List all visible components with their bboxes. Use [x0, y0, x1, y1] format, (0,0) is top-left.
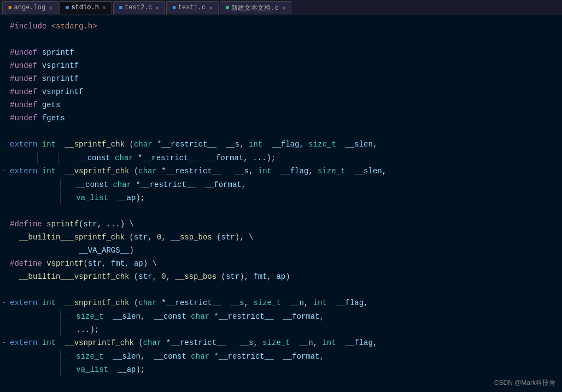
fold-gutter-27[interactable]: [0, 364, 8, 376]
fold-gutter-5[interactable]: [0, 73, 8, 85]
tab-label-change-log: ange.log: [14, 4, 46, 11]
fold-gutter-17[interactable]: [0, 231, 8, 243]
fold-gutter-10[interactable]: −: [0, 138, 8, 151]
close-tab-stdio[interactable]: ✕: [102, 4, 106, 11]
fold-gutter-14[interactable]: [0, 192, 8, 204]
fold-gutter-7[interactable]: [0, 99, 8, 111]
fold-gutter-3[interactable]: [0, 46, 8, 58]
tab-new-file[interactable]: ■ 新建文本文档.c ✕: [220, 1, 292, 14]
tab-icon-test2: ■: [119, 4, 123, 11]
tab-label-test2: test2.c: [125, 4, 152, 11]
code-line-9: [0, 125, 562, 138]
code-editor[interactable]: #include <stdarg.h> #undef sprintf #unde…: [0, 15, 562, 392]
tab-stdio[interactable]: ■ stdio.h ✕: [60, 1, 112, 14]
fold-gutter-4[interactable]: [0, 60, 8, 72]
tab-icon-stdio: ■: [66, 4, 69, 11]
code-line-19: #define vsprintf(str, fmt, ap) \: [0, 257, 562, 270]
code-line-6: #undef vsnprintf: [0, 85, 562, 98]
tab-icon-test1: ■: [172, 4, 176, 11]
fold-gutter-15[interactable]: [0, 205, 8, 217]
close-tab-change-log[interactable]: ✕: [49, 4, 52, 11]
code-line-23: size_t __slen, __const char *__restrict_…: [0, 310, 562, 323]
code-line-18: __VA_ARGS__): [0, 244, 562, 257]
fold-gutter-20[interactable]: [0, 271, 8, 283]
code-line-12: − extern int __vsprintf_chk (char *__res…: [0, 165, 562, 178]
code-line-25: − extern int __vsnprintf_chk (char *__re…: [0, 336, 562, 350]
fold-gutter-19[interactable]: [0, 258, 8, 270]
fold-gutter-8[interactable]: [0, 112, 8, 124]
fold-gutter-1[interactable]: [0, 20, 8, 32]
watermark: CSDN @Mark科技舍: [494, 378, 555, 388]
close-tab-new-file[interactable]: ✕: [282, 4, 286, 11]
fold-gutter-22[interactable]: −: [0, 297, 8, 309]
tab-bar: ■ ange.log ✕ ■ stdio.h ✕ ■ test2.c ✕ ■ t…: [0, 0, 562, 15]
fold-gutter-11[interactable]: [0, 152, 8, 164]
fold-gutter-12[interactable]: −: [0, 165, 8, 178]
code-line-10: − extern int __sprintf_chk (char *__rest…: [0, 138, 562, 151]
code-line-22: − extern int __snprintf_chk (char *__res…: [0, 296, 562, 310]
fold-gutter-16[interactable]: [0, 218, 8, 230]
tab-change-log[interactable]: ■ ange.log ✕: [2, 1, 58, 14]
fold-gutter-24[interactable]: [0, 324, 8, 336]
close-tab-test1[interactable]: ✕: [209, 4, 213, 11]
fold-gutter-13[interactable]: [0, 179, 8, 191]
code-line-16: #define sprintf(str, ...) \: [0, 218, 562, 231]
fold-gutter-25[interactable]: −: [0, 337, 8, 349]
tab-test1[interactable]: ■ test1.c ✕: [166, 1, 219, 14]
code-line-3: #undef sprintf: [0, 46, 562, 59]
code-line-11: __const char *__restrict__ __format, ...…: [0, 151, 562, 165]
fold-gutter-2[interactable]: [0, 33, 8, 45]
fold-gutter-26[interactable]: [0, 350, 8, 362]
code-line-17: __builtin___sprintf_chk (str, 0, __ssp_b…: [0, 231, 562, 244]
tab-label-stdio: stdio.h: [71, 4, 98, 11]
code-line-14: va_list __ap);: [0, 191, 562, 204]
tab-test2[interactable]: ■ test2.c ✕: [113, 1, 166, 14]
code-line-24: ...);: [0, 323, 562, 336]
tab-icon-new-file: ■: [226, 4, 230, 11]
code-line-7: #undef gets: [0, 98, 562, 112]
code-line-20: __builtin___vsprintf_chk (str, 0, __ssp_…: [0, 270, 562, 283]
fold-gutter-21[interactable]: [0, 284, 8, 296]
tab-label-new-file: 新建文本文档.c: [231, 3, 278, 13]
code-line-2: [0, 33, 562, 46]
code-line-4: #undef vsprintf: [0, 59, 562, 72]
code-line-27: va_list __ap);: [0, 363, 562, 376]
code-line-1: #include <stdarg.h>: [0, 20, 562, 33]
fold-gutter-18[interactable]: [0, 244, 8, 256]
code-line-26: size_t __slen, __const char *__restrict_…: [0, 350, 562, 363]
fold-gutter-9[interactable]: [0, 125, 8, 137]
fold-gutter-6[interactable]: [0, 86, 8, 98]
code-line-21: [0, 283, 562, 296]
code-line-15: [0, 204, 562, 218]
code-line-5: #undef snprintf: [0, 72, 562, 85]
fold-gutter-23[interactable]: [0, 311, 8, 323]
code-line-13: __const char *__restrict__ __format,: [0, 178, 562, 191]
tab-label-test1: test1.c: [178, 4, 206, 11]
code-line-8: #undef fgets: [0, 112, 562, 125]
tab-icon-change-log: ■: [8, 4, 12, 11]
close-tab-test2[interactable]: ✕: [156, 4, 160, 11]
